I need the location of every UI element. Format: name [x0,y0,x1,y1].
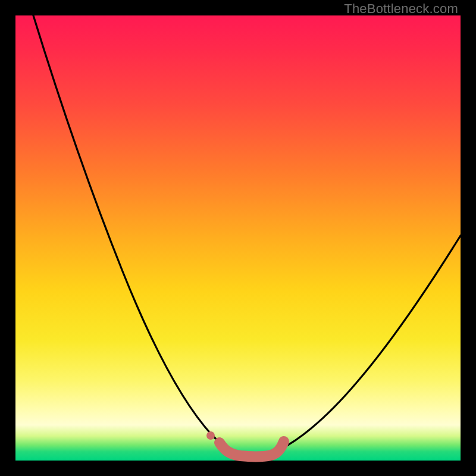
left-branch-curve [33,15,237,453]
right-branch-curve [273,236,461,453]
valley-marker-dot [206,431,215,440]
attribution-text: TheBottleneck.com [344,1,458,17]
chart-frame: TheBottleneck.com [0,0,476,476]
curve-layer [15,15,461,461]
valley-marker [220,441,284,456]
